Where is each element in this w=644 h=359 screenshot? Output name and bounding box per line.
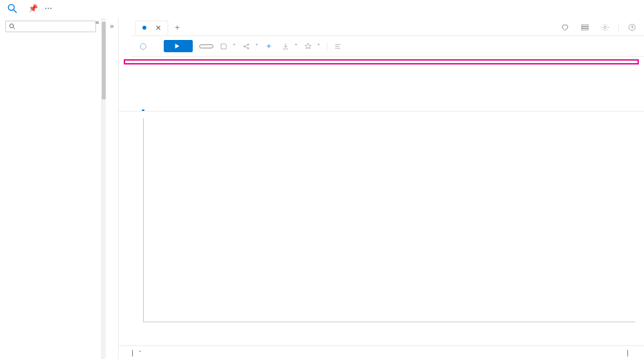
svg-rect-6: [582, 29, 589, 30]
pin-button[interactable]: ˅: [304, 43, 320, 50]
sidebar: «: [0, 18, 102, 359]
svg-text:?: ?: [631, 25, 634, 30]
svg-line-1: [14, 10, 17, 13]
tab-indicator-icon: [142, 26, 146, 30]
schema-rail: »: [106, 18, 119, 359]
new-tab-button[interactable]: ＋: [171, 19, 184, 35]
svg-rect-5: [582, 26, 589, 28]
scope-breadcrumb[interactable]: [139, 43, 151, 50]
scope-icon: [139, 43, 147, 50]
svg-point-7: [604, 26, 606, 28]
save-button[interactable]: ˅: [220, 43, 236, 50]
timerange-button[interactable]: [199, 44, 213, 48]
save-icon: [220, 43, 228, 50]
search-icon: [8, 23, 16, 30]
settings-button[interactable]: [601, 23, 609, 32]
export-icon: [282, 43, 289, 50]
status-display-time[interactable]: ˅: [139, 349, 142, 356]
svg-point-2: [10, 24, 14, 28]
svg-point-11: [244, 46, 245, 47]
query-editor[interactable]: [124, 59, 639, 64]
query-tab[interactable]: ✕: [135, 21, 168, 35]
new-alert-button[interactable]: ＋: [265, 41, 275, 52]
share-button[interactable]: ˅: [242, 43, 259, 50]
tab-results[interactable]: [129, 103, 132, 111]
help-icon: ?: [628, 23, 636, 32]
gear-icon: [601, 23, 609, 32]
svg-point-13: [248, 48, 249, 49]
search-input[interactable]: [5, 21, 96, 32]
svg-line-3: [14, 28, 15, 30]
pin-icon: [304, 43, 312, 50]
share-icon: [242, 43, 250, 50]
svg-rect-4: [582, 24, 589, 26]
sidebar-collapse[interactable]: «: [93, 18, 102, 27]
close-icon[interactable]: ✕: [155, 24, 161, 32]
chart: [119, 112, 644, 324]
play-icon: [173, 43, 181, 50]
feedback-button[interactable]: [561, 23, 572, 32]
expand-panel-icon[interactable]: »: [110, 18, 113, 34]
svg-line-14: [245, 44, 248, 46]
status-bar: | ˅ |: [119, 345, 644, 359]
format-button[interactable]: [334, 43, 344, 50]
tab-chart[interactable]: [142, 103, 144, 111]
svg-point-0: [8, 5, 14, 10]
run-button[interactable]: [164, 40, 193, 52]
svg-line-15: [245, 46, 248, 48]
more-icon[interactable]: ⋯: [44, 4, 52, 13]
help-button[interactable]: ?: [628, 23, 636, 32]
queries-button[interactable]: [581, 23, 592, 32]
pin-icon[interactable]: 📌: [28, 4, 38, 13]
svg-point-10: [141, 43, 146, 49]
svg-point-12: [248, 44, 249, 45]
search-service-icon: [6, 3, 18, 14]
export-button[interactable]: ˅: [282, 43, 298, 50]
format-icon: [334, 43, 342, 50]
